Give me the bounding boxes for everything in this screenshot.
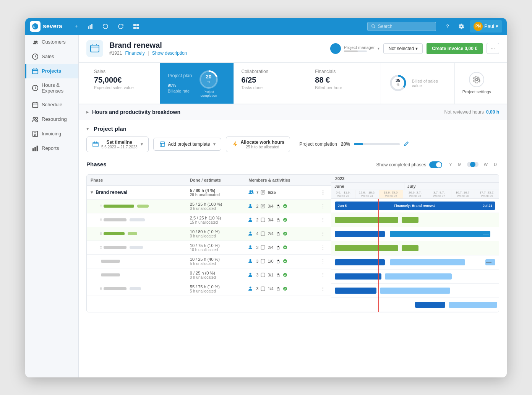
app-logo: S severa (30, 21, 62, 32)
gantt-week-26: 26.6.-2.7.Week 26 (403, 190, 427, 198)
sub4-more-icon[interactable]: ⋮ (321, 245, 325, 250)
sidebar-label-projects: Projects (42, 68, 61, 74)
not-selected-button[interactable]: Not selected ▾ (383, 43, 423, 54)
hours-toggle[interactable]: ▸ (86, 109, 89, 115)
redo-button[interactable] (115, 22, 127, 31)
hours-section-title: Hours and productivity breakdown (92, 109, 180, 115)
svg-rect-61 (277, 288, 279, 291)
sub2-unalloc: 15 h unallocated (190, 220, 241, 224)
sidebar-item-schedule[interactable]: Schedule (25, 98, 78, 112)
show-description-link[interactable]: Show description (152, 50, 187, 56)
sub-more-cell: ⋮ (317, 199, 331, 213)
drag-handle-7[interactable]: ⠿ (91, 287, 102, 291)
sub3-more-icon[interactable]: ⋮ (321, 231, 325, 236)
grid-button[interactable] (130, 22, 142, 31)
sub6-members: 3 0/1 (248, 272, 313, 278)
set-timeline-button[interactable]: Set timeline 5.6.2023 – 21.7.2023 ▾ (86, 137, 149, 152)
sidebar-item-resourcing[interactable]: Resourcing (25, 112, 78, 127)
pm-label: Project manager (344, 45, 375, 50)
gantt-bar-5a (335, 259, 385, 265)
tasks-count: 6/25 (268, 190, 276, 195)
col-header-phase: Phase (87, 175, 186, 186)
members-icon (248, 190, 254, 195)
bar-financely-label: Financely: Brand renewal (394, 204, 435, 208)
help-button[interactable]: ? (442, 21, 453, 32)
phase-expand-icon[interactable] (91, 190, 93, 195)
view-slider[interactable] (467, 162, 478, 167)
template-chevron: ▾ (213, 141, 216, 147)
search-input[interactable] (378, 24, 432, 29)
more-options-button[interactable]: ··· (487, 43, 499, 54)
sidebar-item-customers[interactable]: Customers (25, 35, 78, 49)
edit-completion-icon[interactable] (404, 141, 409, 148)
chart-button[interactable] (84, 22, 96, 31)
project-plan-info: Project plan 90% Billable rate (168, 73, 192, 93)
svg-rect-52 (261, 259, 265, 263)
stat-card-billed[interactable]: 35 % Billed of sales value (381, 63, 455, 104)
financials-sub: Billed per hour (315, 85, 373, 90)
main-content: Brand renewal #1921 Financely | Show des… (79, 35, 507, 377)
stat-card-sales[interactable]: Sales 75,000€ Expected sales value (86, 63, 160, 104)
svg-rect-56 (261, 273, 265, 277)
sub2-more-icon[interactable]: ⋮ (321, 217, 325, 223)
phase-bar-indicator-2 (137, 205, 149, 208)
set-timeline-label: Set timeline (101, 140, 138, 145)
settings-button[interactable] (456, 21, 467, 32)
sub-done: 25 / 25 h (100 %) (190, 202, 241, 206)
completion-bar-wrap (354, 143, 400, 145)
stat-card-financials[interactable]: Financials 88 € Billed per hour (307, 63, 381, 104)
sub7-more-icon[interactable]: ⋮ (321, 286, 325, 291)
show-completed-toggle[interactable] (429, 161, 442, 168)
stat-card-settings[interactable]: Project settings (455, 63, 499, 104)
sub3-members-icon (248, 231, 254, 236)
client-link[interactable]: Financely (125, 50, 144, 56)
add-button[interactable]: + (72, 22, 81, 31)
table-row: 0 / 25 h (0 %) 0 h unallocated 3 (87, 268, 331, 282)
sub6-more-icon[interactable]: ⋮ (321, 272, 325, 278)
view-month[interactable]: M (456, 161, 464, 167)
stat-card-project-plan[interactable]: Project plan 90% Billable rate 20 % (160, 63, 234, 104)
allocate-hours-button[interactable]: Allocate work hours 25 h to be allocated (226, 137, 290, 152)
row-more-icon[interactable]: ⋮ (321, 190, 325, 195)
topbar: S severa + ? (25, 18, 507, 35)
projects-icon (32, 68, 39, 75)
sub2-check-icon (283, 218, 287, 222)
undo-button[interactable] (99, 22, 112, 31)
create-invoice-button[interactable]: Create invoice 0,00 € (427, 43, 483, 54)
sub-phase-name-cell: ⠿ (87, 199, 186, 213)
project-header: Brand renewal #1921 Financely | Show des… (79, 35, 507, 63)
sidebar-item-hours[interactable]: Hours & Expenses (25, 78, 78, 98)
sidebar-item-reports[interactable]: Reports (25, 141, 78, 156)
sidebar-item-sales[interactable]: Sales (25, 49, 78, 64)
sub5-lock-icon (276, 259, 281, 263)
phases-header: Phases Show completed phases Y M (86, 158, 499, 171)
drag-handle-4[interactable]: ⠿ (91, 245, 102, 250)
stat-card-collaboration[interactable]: Collaboration 6/25 Tasks done (234, 63, 308, 104)
phase-done-cell: 5 / 80 h (4 %) 20 h unallocated (186, 185, 245, 199)
view-year[interactable]: Y (447, 161, 454, 167)
drag-handle-3[interactable]: ⠿ (91, 232, 102, 236)
table-row: ⠿ 25 / 25 h (100 %) 0 h unallocated (87, 199, 331, 213)
gantt-week-24: 12.6. - 18.6.Week 24 (355, 190, 380, 198)
add-template-button[interactable]: Add project template ▾ (153, 138, 221, 151)
svg-point-50 (283, 245, 287, 249)
collab-label: Collaboration (242, 69, 300, 74)
not-reviewed-label: Not reviewed hours (444, 109, 484, 115)
user-menu-button[interactable]: PN Paul ▾ (470, 20, 502, 33)
search-icon (371, 24, 376, 29)
pp-toggle[interactable] (86, 126, 89, 132)
sub5-more-icon[interactable]: ⋮ (321, 258, 325, 264)
timeline-info: Set timeline 5.6.2023 – 21.7.2023 (101, 140, 138, 149)
gantt-year: 2023 (335, 176, 344, 181)
drag-handle-2[interactable]: ⠿ (91, 218, 102, 222)
view-day[interactable]: D (491, 161, 499, 167)
tasks-icon (261, 190, 265, 195)
sub-row-more-icon[interactable]: ⋮ (321, 203, 325, 209)
sidebar-item-projects[interactable]: Projects (25, 64, 78, 78)
sidebar-label-resourcing: Resourcing (42, 116, 67, 122)
drag-handle[interactable]: ⠿ (91, 204, 102, 208)
sub3-tasks-count: 2/4 (268, 231, 273, 236)
sidebar-item-invoicing[interactable]: Invoicing (25, 127, 78, 141)
view-week[interactable]: W (482, 161, 490, 167)
svg-point-46 (283, 232, 287, 236)
